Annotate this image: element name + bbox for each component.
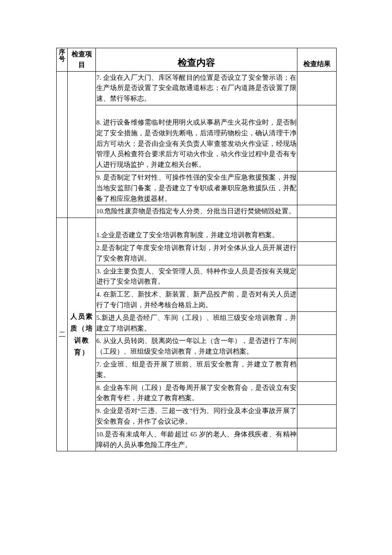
sequence-cell [57, 71, 68, 218]
content-cell: 1.企业是否建立了安全培训教育制度，并建立培训教育档案。 [96, 218, 297, 242]
table-row: 5.新进人员是否经厂、车间（工段）、班组三级安全培训教育，并建立了培训档案。 [57, 311, 337, 335]
table-row: 8. 企业各车间（工段）是否每周开展了安全教育会，是否设立有安全教育专栏，并建立… [57, 381, 337, 405]
result-cell [297, 205, 337, 218]
result-cell [297, 71, 337, 105]
result-cell [297, 171, 337, 205]
table-row: 4. 在新工艺、新技术、新装置、新产品投产前，是否对有关人员进行了专门培训，并经… [57, 288, 337, 312]
table-row: 7. 企业班、组是否开展了班前、班后安全教育，并建立了教育档案。 [57, 358, 337, 381]
header-sequence: 序号 [57, 48, 68, 72]
header-item: 检查项目 [68, 48, 96, 72]
table-row: 9. 是否制定了针对性、可操作性强的安全生产应急救援预案，并报当地安监部门备案，… [57, 171, 337, 205]
content-cell: 8. 企业各车间（工段）是否每周开展了安全教育会，是否设立有安全教育专栏，并建立… [96, 381, 297, 405]
item-cell: 人员素质（培训教育） [68, 218, 96, 451]
table-row: 7. 企业在入厂大门、库区等醒目的位置是否设立了安全警示语；在生产场所是否设置了… [57, 71, 337, 105]
table-row: 2.是否制定了年度安全培训教育计划，并对全体从业人员开展进行了安全教育培训。 [57, 241, 337, 265]
result-cell [297, 428, 337, 451]
content-cell: 4. 在新工艺、新技术、新装置、新产品投产前，是否对有关人员进行了专门培训，并经… [96, 288, 297, 312]
result-cell [297, 265, 337, 288]
header-result: 检查结果 [297, 48, 337, 72]
content-cell: 6. 从业人员转岗、脱离岗位一年以上（含一年），是否进行了车间（工段）、班组级安… [96, 335, 297, 358]
table-row: 二人员素质（培训教育）1.企业是否建立了安全培训教育制度，并建立培训教育档案。 [57, 218, 337, 242]
result-cell [297, 311, 337, 335]
result-cell [297, 335, 337, 358]
content-cell: 9. 是否制定了针对性、可操作性强的安全生产应急救援预案，并报当地安监部门备案，… [96, 171, 297, 205]
inspection-table: 序号 检查项目 检查内容 检查结果 7. 企业在入厂大门、库区等醒目的位置是否设… [56, 48, 337, 451]
result-cell [297, 405, 337, 428]
content-cell: 8. 进行设备维修需临时使用明火或从事易产生火花作业时，是否制定了安全措施，是否… [96, 105, 297, 171]
result-cell [297, 218, 337, 242]
header-content: 检查内容 [96, 48, 297, 72]
result-cell [297, 381, 337, 405]
table-header-row: 序号 检查项目 检查内容 检查结果 [57, 48, 337, 72]
content-cell: 10.是否有未成年人、年龄超过 65 岁的老人、身体残疾者、有精神障碍的人员从事… [96, 428, 297, 451]
content-cell: 5.新进人员是否经厂、车间（工段）、班组三级安全培训教育，并建立了培训档案。 [96, 311, 297, 335]
content-cell: 2.是否制定了年度安全培训教育计划，并对全体从业人员开展进行了安全教育培训。 [96, 241, 297, 265]
table-row: 3. 企业主要负责人、安全管理人员、特种作业人员是否按有关规定进行了安全培训教育… [57, 265, 337, 288]
table-row: 10.危险性废弃物是否指定专人分类、分批当日进行焚烧销毁处置。 [57, 205, 337, 218]
item-cell [68, 71, 96, 218]
result-cell [297, 241, 337, 265]
content-cell: 7. 企业班、组是否开展了班前、班后安全教育，并建立了教育档案。 [96, 358, 297, 381]
content-cell: 3. 企业主要负责人、安全管理人员、特种作业人员是否按有关规定进行了安全培训教育… [96, 265, 297, 288]
table-row: 6. 从业人员转岗、脱离岗位一年以上（含一年），是否进行了车间（工段）、班组级安… [57, 335, 337, 358]
result-cell [297, 358, 337, 381]
table-row: 10.是否有未成年人、年龄超过 65 岁的老人、身体残疾者、有精神障碍的人员从事… [57, 428, 337, 451]
table-row: 9. 企业是否对“三违、三超一改”行为、同行业及本企业事故开展了安全教育会，并作… [57, 405, 337, 428]
content-cell: 9. 企业是否对“三违、三超一改”行为、同行业及本企业事故开展了安全教育会，并作… [96, 405, 297, 428]
result-cell [297, 105, 337, 171]
table-row: 8. 进行设备维修需临时使用明火或从事易产生火花作业时，是否制定了安全措施，是否… [57, 105, 337, 171]
content-cell: 10.危险性废弃物是否指定专人分类、分批当日进行焚烧销毁处置。 [96, 205, 297, 218]
result-cell [297, 288, 337, 312]
sequence-cell: 二 [57, 218, 68, 451]
content-cell: 7. 企业在入厂大门、库区等醒目的位置是否设立了安全警示语；在生产场所是否设置了… [96, 71, 297, 105]
